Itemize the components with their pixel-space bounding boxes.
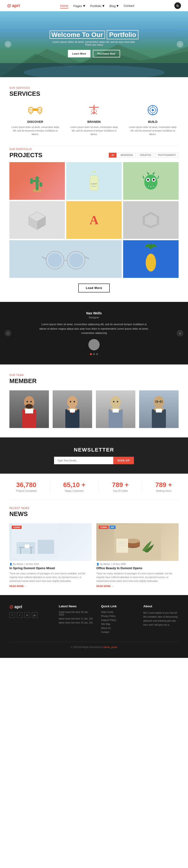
testimonial-role: Designer xyxy=(19,316,169,319)
footer-news-item-3: latest news link here 19 Jan, 201 xyxy=(59,621,94,624)
nav-portfolio[interactable]: Portfolio xyxy=(90,4,102,8)
svg-rect-62 xyxy=(25,409,33,413)
hero-next-button[interactable]: › xyxy=(177,41,183,48)
services-label: OUR SERVICES xyxy=(9,87,179,89)
portfolio-item-3[interactable] xyxy=(123,162,179,200)
service-discover: DISCOVER Lorem ipsum dolor sit amet, con… xyxy=(9,103,61,136)
social-twitter[interactable]: t xyxy=(17,612,23,618)
filter-all[interactable]: All xyxy=(109,153,117,158)
team-section: OUR TEAM MEMBER xyxy=(0,365,188,437)
portfolio-item-6[interactable] xyxy=(123,201,179,239)
newsletter-signup-button[interactable]: SIGN UP xyxy=(113,457,134,464)
svg-point-74 xyxy=(117,401,118,402)
purchase-now-button[interactable]: Purchase Now xyxy=(93,50,120,57)
social-linkedin[interactable]: in xyxy=(25,612,30,618)
filter-creative[interactable]: CREATIVE xyxy=(137,153,154,158)
svg-point-10 xyxy=(39,109,41,111)
service-build: BUILD Lorem ipsum dolor sit amet, consec… xyxy=(127,103,179,136)
news-badges-1: ADMIN xyxy=(12,526,22,529)
dot-1[interactable] xyxy=(90,353,92,355)
footer-news-item-2: latest news link here 11 Jan, 201 xyxy=(59,617,94,620)
portfolio-item-4[interactable] xyxy=(9,201,65,239)
svg-rect-89 xyxy=(20,548,21,554)
footer-link-privacy[interactable]: Privacy Policy xyxy=(101,615,116,617)
newsletter-title: NEWSLETTER xyxy=(9,447,179,453)
news-badge-admin-1: ADMIN xyxy=(12,526,22,529)
footer-link-sitemap[interactable]: Site Map xyxy=(101,623,110,625)
testimonial-next-button[interactable]: › xyxy=(177,330,183,337)
svg-point-31 xyxy=(144,175,157,190)
svg-line-50 xyxy=(85,257,89,259)
brandn-desc: Lorem ipsum dolor sit amet, consectetur … xyxy=(68,125,120,136)
news-badge-admin-2: ADMIN xyxy=(99,526,109,529)
svg-point-55 xyxy=(90,346,98,350)
svg-rect-69 xyxy=(70,409,75,412)
news-image-2: ADMIN WP xyxy=(96,523,179,561)
news-read-more-1[interactable]: READ MORE → xyxy=(9,585,27,588)
build-desc: Lorem ipsum dolor sit amet, consectetur … xyxy=(127,125,179,136)
nav-home[interactable]: Home xyxy=(60,4,68,8)
portfolio-label: OUR PORTFOLIO xyxy=(9,148,179,151)
portfolio-item-5[interactable]: A xyxy=(66,201,122,239)
svg-line-27 xyxy=(39,178,40,179)
stat-projects: 36,780 Projects Completed xyxy=(16,481,36,492)
svg-point-54 xyxy=(92,341,96,346)
portfolio-filters: All BRANDING CREATIVE PHOTOGRAPHY xyxy=(109,153,179,158)
portfolio-item-2[interactable]: PLASTY BOTTLE xyxy=(66,162,122,200)
news-image-1: ADMIN xyxy=(9,523,92,561)
testimonial-prev-button[interactable]: ‹ xyxy=(5,330,11,337)
footer-quick-links: Quick Link Help Center Privacy Policy Su… xyxy=(101,604,136,635)
nav-pages[interactable]: Pages xyxy=(73,4,82,8)
svg-rect-6 xyxy=(33,108,38,111)
team-title: MEMBER xyxy=(9,377,179,385)
newsletter-input[interactable] xyxy=(54,457,113,464)
hero-prev-button[interactable]: ‹ xyxy=(5,41,11,48)
svg-text:A: A xyxy=(89,213,99,227)
news-section: RECENT NEWS NEWS xyxy=(0,500,188,595)
logo[interactable]: @apri xyxy=(7,3,20,8)
svg-rect-22 xyxy=(36,176,39,190)
load-more-button[interactable]: Load More xyxy=(78,283,110,292)
svg-text:BOTTLE: BOTTLE xyxy=(91,186,97,187)
svg-point-60 xyxy=(27,401,28,402)
svg-rect-4 xyxy=(29,107,33,113)
nav-contact[interactable]: Contact xyxy=(124,4,134,7)
nav-links: Home Pages ▾ Portfolio ▾ Blog ▾ Contact xyxy=(60,3,134,8)
learn-more-button[interactable]: Learn More xyxy=(68,50,90,57)
social-facebook[interactable]: f xyxy=(9,612,15,618)
dot-3[interactable] xyxy=(96,353,98,355)
filter-photography[interactable]: PHOTOGRAPHY xyxy=(155,153,179,158)
news-badge-wp: WP xyxy=(110,526,116,529)
footer-link-support[interactable]: Support Policy xyxy=(101,619,116,621)
team-member-4 xyxy=(139,390,179,428)
svg-point-83 xyxy=(160,401,161,402)
testimonial-avatar xyxy=(88,339,100,350)
footer-about-col: About But i must explain to you how all … xyxy=(143,604,179,635)
footer-theme-link[interactable]: theme_group xyxy=(103,646,117,648)
filter-branding[interactable]: BRANDING xyxy=(118,153,136,158)
footer-logo-col: @apri f t in g+ xyxy=(9,604,52,635)
news-grid: ADMIN 👤 By Admin | 18 Nov 2019 In Spring… xyxy=(9,523,179,588)
discover-name: DISCOVER xyxy=(9,120,61,124)
news-card-2: ADMIN WP 👤 By Admin | 18 Nov 2080 Office… xyxy=(96,523,179,588)
svg-point-59 xyxy=(25,404,33,409)
social-googleplus[interactable]: g+ xyxy=(32,612,38,618)
nav-blog[interactable]: Blog xyxy=(110,4,116,8)
news-meta-2: 👤 By Admin | 18 Nov 2080 xyxy=(96,563,179,565)
news-read-more-2[interactable]: READ MORE → xyxy=(96,585,114,588)
portfolio-item-1[interactable] xyxy=(9,162,65,200)
footer-link-about[interactable]: About Us xyxy=(101,627,111,629)
hero-title: Welcome To Our Portfolio xyxy=(49,31,139,39)
portfolio-section: OUR PORTFOLIO PROJECTS All BRANDING CREA… xyxy=(0,146,188,302)
portfolio-item-8[interactable] xyxy=(123,240,179,278)
footer-link-contact[interactable]: Contact xyxy=(101,631,109,633)
stats-section: 36,780 Projects Completed 65,10 + Happy … xyxy=(0,474,188,499)
portfolio-item-7[interactable] xyxy=(9,240,122,278)
news-title: NEWS xyxy=(9,510,179,518)
svg-rect-23 xyxy=(32,180,39,182)
footer-latest-news: Latest News Soluti heart link here 30 Ja… xyxy=(59,604,94,635)
dot-2[interactable] xyxy=(93,353,95,355)
discover-desc: Lorem ipsum dolor sit amet, consectetur … xyxy=(9,125,61,136)
footer-link-help[interactable]: Help Center xyxy=(101,611,113,613)
search-icon[interactable] xyxy=(174,2,181,9)
